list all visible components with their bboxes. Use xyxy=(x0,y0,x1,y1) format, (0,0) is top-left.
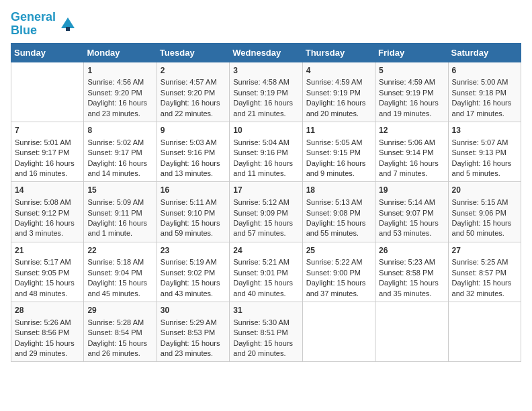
day-content-line: and 5 minutes. xyxy=(452,169,517,179)
day-content-line: Daylight: 16 hours xyxy=(87,218,152,228)
day-number: 30 xyxy=(161,305,226,316)
day-number: 10 xyxy=(233,125,298,136)
day-content-line: and 23 minutes. xyxy=(161,349,226,359)
day-content-line: Sunrise: 5:21 AM xyxy=(233,257,298,267)
day-content-line: and 45 minutes. xyxy=(87,289,152,299)
day-header-saturday: Saturday xyxy=(448,43,521,62)
calendar-cell: 22Sunrise: 5:18 AMSunset: 9:04 PMDayligh… xyxy=(84,242,157,302)
calendar-cell: 12Sunrise: 5:06 AMSunset: 9:14 PMDayligh… xyxy=(375,122,448,181)
day-content-line: Sunrise: 5:19 AM xyxy=(161,257,226,267)
day-number: 18 xyxy=(306,185,371,196)
day-content-line: Sunrise: 5:08 AM xyxy=(15,197,80,208)
logo: General Blue xyxy=(11,11,77,38)
day-content-line: Sunrise: 5:06 AM xyxy=(379,138,444,148)
svg-rect-1 xyxy=(66,27,70,31)
day-content-line: Daylight: 16 hours xyxy=(379,98,444,108)
calendar-header: SundayMondayTuesdayWednesdayThursdayFrid… xyxy=(11,43,521,62)
calendar-cell xyxy=(302,302,375,362)
day-number: 27 xyxy=(452,245,517,257)
day-content-line: Sunset: 9:00 PM xyxy=(306,268,371,278)
day-content-line: Daylight: 15 hours xyxy=(87,278,152,288)
day-content-line: Sunrise: 5:26 AM xyxy=(15,318,80,328)
day-content-line: Sunrise: 5:02 AM xyxy=(87,138,152,148)
day-content-line: Daylight: 16 hours xyxy=(452,98,517,108)
day-content-line: Daylight: 16 hours xyxy=(15,218,80,228)
day-number: 12 xyxy=(379,125,444,136)
day-content-line: Sunrise: 4:56 AM xyxy=(87,77,152,87)
day-content-line: Sunset: 8:53 PM xyxy=(161,328,226,338)
week-row-2: 7Sunrise: 5:01 AMSunset: 9:17 PMDaylight… xyxy=(11,122,521,181)
day-content-line: and 13 minutes. xyxy=(161,169,226,179)
day-number: 5 xyxy=(379,65,444,77)
day-content-line: Sunrise: 5:25 AM xyxy=(452,257,517,267)
day-number: 14 xyxy=(15,185,80,196)
day-content-line: and 7 minutes. xyxy=(379,169,444,179)
calendar-cell: 30Sunrise: 5:29 AMSunset: 8:53 PMDayligh… xyxy=(157,302,229,362)
day-content-line: Daylight: 15 hours xyxy=(161,278,226,288)
calendar-cell: 26Sunrise: 5:23 AMSunset: 8:58 PMDayligh… xyxy=(375,242,448,302)
day-content-line: Sunset: 9:14 PM xyxy=(379,148,444,158)
day-number: 4 xyxy=(306,65,371,77)
day-content-line: Sunset: 8:54 PM xyxy=(87,328,152,338)
calendar-cell: 18Sunrise: 5:13 AMSunset: 9:08 PMDayligh… xyxy=(302,182,375,242)
day-number: 15 xyxy=(87,185,152,196)
day-content-line: Sunset: 9:09 PM xyxy=(233,208,298,218)
calendar-cell: 31Sunrise: 5:30 AMSunset: 8:51 PMDayligh… xyxy=(230,302,302,362)
day-content-line: and 57 minutes. xyxy=(233,228,298,238)
day-content-line: Sunset: 9:08 PM xyxy=(306,208,371,218)
day-content-line: and 9 minutes. xyxy=(306,169,371,179)
week-row-3: 14Sunrise: 5:08 AMSunset: 9:12 PMDayligh… xyxy=(11,182,521,242)
calendar-cell: 4Sunrise: 4:59 AMSunset: 9:19 PMDaylight… xyxy=(302,62,375,122)
day-content-line: Sunrise: 4:59 AM xyxy=(379,77,444,87)
day-number: 23 xyxy=(161,245,226,257)
day-number: 11 xyxy=(306,125,371,136)
calendar-cell xyxy=(11,62,84,122)
day-content-line: Daylight: 16 hours xyxy=(87,98,152,108)
day-content-line: and 14 minutes. xyxy=(87,169,152,179)
day-content-line: Sunrise: 5:14 AM xyxy=(379,197,444,208)
day-content-line: Sunrise: 4:57 AM xyxy=(161,77,226,87)
day-number: 1 xyxy=(87,65,152,77)
day-number: 28 xyxy=(15,305,80,316)
day-number: 26 xyxy=(379,245,444,257)
day-content-line: Daylight: 16 hours xyxy=(233,158,298,169)
day-number: 16 xyxy=(161,185,226,196)
calendar-cell: 16Sunrise: 5:11 AMSunset: 9:10 PMDayligh… xyxy=(157,182,229,242)
day-content-line: Daylight: 15 hours xyxy=(452,278,517,288)
day-content-line: Daylight: 15 hours xyxy=(15,278,80,288)
day-content-line: Daylight: 15 hours xyxy=(15,338,80,349)
day-content-line: Sunrise: 5:23 AM xyxy=(379,257,444,267)
calendar-cell: 1Sunrise: 4:56 AMSunset: 9:20 PMDaylight… xyxy=(84,62,157,122)
day-content-line: and 40 minutes. xyxy=(233,289,298,299)
day-content-line: and 48 minutes. xyxy=(15,289,80,299)
day-content-line: Daylight: 15 hours xyxy=(161,338,226,349)
day-content-line: Sunrise: 5:12 AM xyxy=(233,197,298,208)
day-number: 8 xyxy=(87,125,152,136)
day-content-line: Sunset: 8:58 PM xyxy=(379,268,444,278)
day-content-line: and 23 minutes. xyxy=(87,109,152,119)
week-row-4: 21Sunrise: 5:17 AMSunset: 9:05 PMDayligh… xyxy=(11,242,521,302)
day-number: 31 xyxy=(233,305,298,316)
day-content-line: Sunset: 8:57 PM xyxy=(452,268,517,278)
day-content-line: Sunset: 9:20 PM xyxy=(161,88,226,98)
day-content-line: Sunset: 9:01 PM xyxy=(233,268,298,278)
day-content-line: Daylight: 15 hours xyxy=(379,218,444,228)
day-number: 25 xyxy=(306,245,371,257)
day-content-line: Daylight: 15 hours xyxy=(379,278,444,288)
day-content-line: Daylight: 16 hours xyxy=(233,98,298,108)
day-content-line: and 35 minutes. xyxy=(379,289,444,299)
day-content-line: Sunrise: 5:30 AM xyxy=(233,318,298,328)
day-content-line: Daylight: 15 hours xyxy=(306,278,371,288)
svg-marker-0 xyxy=(61,17,75,28)
calendar-cell: 23Sunrise: 5:19 AMSunset: 9:02 PMDayligh… xyxy=(157,242,229,302)
day-content-line: Sunset: 9:17 PM xyxy=(87,148,152,158)
day-number: 6 xyxy=(452,65,517,77)
day-content-line: Daylight: 15 hours xyxy=(233,218,298,228)
day-content-line: and 50 minutes. xyxy=(452,228,517,238)
day-content-line: Daylight: 15 hours xyxy=(233,338,298,349)
day-content-line: and 22 minutes. xyxy=(161,109,226,119)
day-number: 2 xyxy=(161,65,226,77)
day-content-line: and 19 minutes. xyxy=(379,109,444,119)
calendar-cell xyxy=(448,302,521,362)
day-content-line: Sunset: 9:12 PM xyxy=(15,208,80,218)
